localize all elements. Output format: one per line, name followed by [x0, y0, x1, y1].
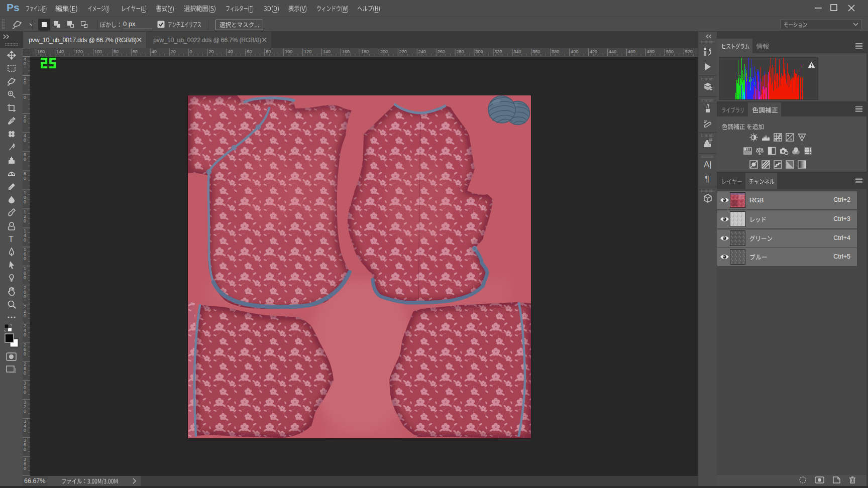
svg-text:0: 0 — [24, 371, 26, 376]
svg-text:T: T — [9, 235, 14, 243]
svg-text:60: 60 — [133, 49, 138, 54]
svg-text:0: 0 — [24, 157, 26, 162]
svg-text:0: 0 — [24, 466, 26, 471]
svg-text:500: 500 — [666, 49, 674, 54]
svg-text:280: 280 — [457, 49, 464, 54]
svg-text:0: 0 — [24, 256, 26, 261]
svg-text:200: 200 — [380, 49, 388, 54]
svg-text:240: 240 — [418, 49, 426, 54]
svg-text:0: 0 — [24, 118, 26, 124]
svg-text:120: 120 — [304, 49, 311, 54]
svg-text:0: 0 — [24, 199, 26, 204]
svg-text:400: 400 — [571, 49, 578, 54]
svg-text:20: 20 — [171, 49, 176, 54]
svg-text:300: 300 — [476, 49, 483, 54]
svg-text:0: 0 — [24, 218, 26, 223]
svg-text:120: 120 — [75, 49, 83, 54]
svg-text:0: 0 — [24, 313, 26, 318]
svg-text:0: 0 — [24, 332, 26, 337]
svg-text:140: 140 — [323, 49, 331, 54]
svg-text:220: 220 — [399, 49, 407, 54]
svg-text:80: 80 — [266, 49, 271, 54]
svg-text:0: 0 — [24, 390, 26, 395]
svg-text:340: 340 — [513, 49, 521, 54]
svg-text:60: 60 — [247, 49, 252, 54]
svg-text:360: 360 — [532, 49, 540, 54]
svg-text:40: 40 — [228, 49, 233, 54]
svg-text:440: 440 — [609, 49, 616, 54]
svg-text:80: 80 — [114, 49, 119, 54]
svg-text:0: 0 — [24, 80, 26, 85]
svg-text:0: 0 — [24, 294, 26, 299]
svg-text:260: 260 — [438, 49, 445, 54]
svg-text:420: 420 — [590, 49, 597, 54]
svg-text:¶: ¶ — [705, 174, 709, 184]
svg-text:180: 180 — [361, 49, 369, 54]
svg-text:460: 460 — [628, 49, 635, 54]
svg-text:A|: A| — [704, 160, 712, 169]
svg-text:0: 0 — [24, 351, 26, 356]
svg-text:480: 480 — [647, 49, 655, 54]
svg-text:0: 0 — [24, 176, 26, 181]
svg-text:20: 20 — [209, 49, 214, 54]
svg-text:0: 0 — [24, 237, 26, 242]
svg-text:0: 0 — [24, 428, 26, 433]
svg-text:40: 40 — [152, 49, 157, 54]
svg-text:0: 0 — [24, 61, 26, 66]
svg-text:520: 520 — [685, 49, 693, 54]
svg-text:100: 100 — [94, 49, 102, 54]
svg-text:0: 0 — [24, 447, 26, 452]
svg-text:0: 0 — [190, 49, 192, 54]
svg-text:0: 0 — [24, 138, 26, 143]
svg-text:100: 100 — [285, 49, 292, 54]
svg-text:0: 0 — [24, 409, 26, 414]
svg-text:0: 0 — [24, 95, 26, 100]
svg-text:380: 380 — [552, 49, 559, 54]
svg-text:160: 160 — [342, 49, 350, 54]
svg-text:160: 160 — [37, 49, 45, 54]
svg-text:320: 320 — [495, 49, 502, 54]
svg-text:140: 140 — [56, 49, 64, 54]
svg-text:0: 0 — [24, 275, 26, 280]
